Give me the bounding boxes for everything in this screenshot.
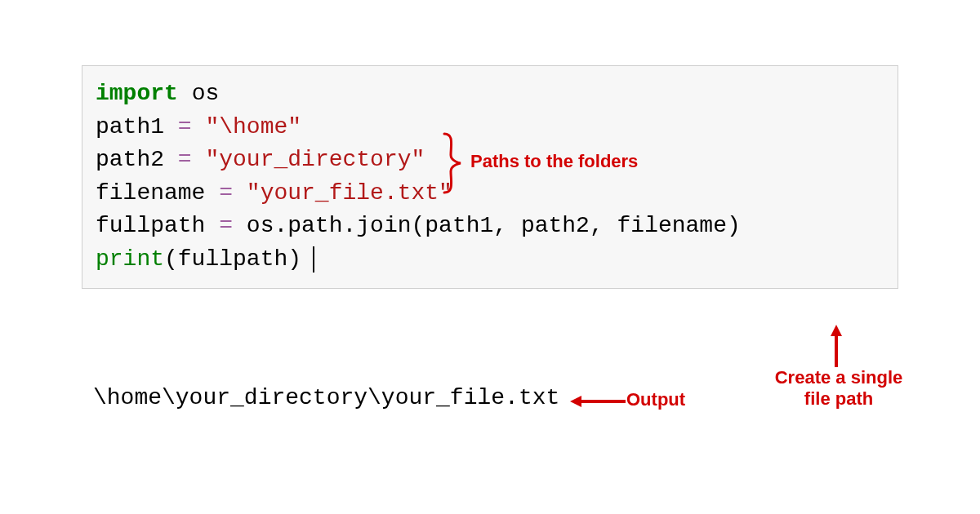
code-line-8: print(fullpath) [96, 243, 884, 277]
arrow-up-icon [826, 325, 846, 369]
annotation-paths: Paths to the folders [470, 151, 638, 172]
code-line-1: import os [96, 78, 884, 111]
string-your-file: "your_file.txt" [247, 180, 452, 206]
keyword-import: import [96, 81, 178, 106]
svg-marker-3 [831, 325, 842, 336]
code-line-3: path1 = "\home" [96, 111, 884, 144]
annotation-create: Create a single file path [761, 367, 916, 410]
string-home: "\home" [205, 114, 301, 140]
string-your-directory: "your_directory" [205, 147, 425, 172]
code-cell: import os path1 = "\home" path2 = "your_… [82, 65, 898, 289]
text-cursor [313, 246, 314, 273]
module-os: os [178, 81, 219, 106]
output-text: \home\your_directory\your_file.txt [93, 385, 559, 410]
code-line-7: fullpath = os.path.join(path1, path2, fi… [96, 210, 884, 243]
annotation-output: Output [626, 389, 685, 410]
fn-print: print [96, 246, 164, 272]
arrow-left-icon [570, 393, 627, 413]
code-line-5: filename = "your_file.txt" [96, 177, 884, 210]
svg-marker-1 [570, 396, 581, 407]
